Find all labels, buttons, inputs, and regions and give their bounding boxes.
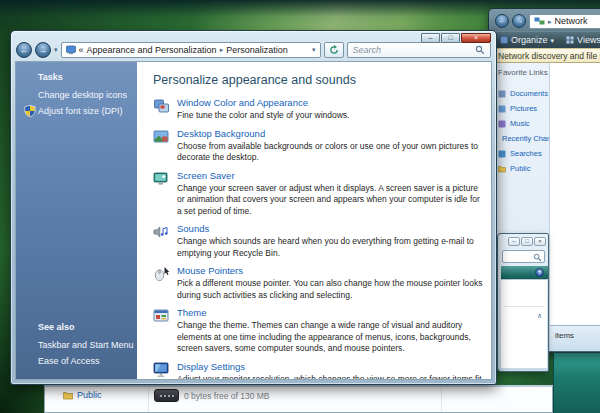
favorite-link-music[interactable]: Music: [498, 116, 549, 131]
mouse-pointers-icon: [153, 266, 170, 282]
documents-icon: [498, 90, 506, 98]
network-toolbar: Organize ▾ Views: [492, 31, 600, 48]
task-change-desktop-icons[interactable]: Change desktop icons: [16, 87, 137, 103]
forward-button[interactable]: →: [35, 42, 51, 58]
public-folder-item[interactable]: Public: [63, 390, 102, 400]
network-details-pane: items: [550, 325, 600, 351]
see-also-header: See also: [16, 322, 137, 337]
breadcrumb-personalization[interactable]: Personalization: [226, 45, 288, 55]
item-window-color[interactable]: Window Color and Appearance Fine tune th…: [153, 97, 485, 122]
personalization-window: – □ × ← → ▾ « Appearance and Personaliza…: [10, 30, 497, 385]
recent-pages-dropdown-icon[interactable]: ▾: [54, 46, 58, 53]
maximize-button[interactable]: □: [441, 33, 460, 43]
favorite-link-pictures[interactable]: Pictures: [498, 101, 549, 116]
wallpaper-teal-patch: [553, 352, 600, 413]
desktop-background-icon: [153, 129, 170, 145]
network-icon: [534, 17, 545, 26]
favorite-link-recently-changed[interactable]: Recently Changed: [498, 131, 549, 146]
search-icon: [475, 45, 485, 55]
crumb-separator-icon: ▸: [548, 18, 552, 25]
network-title-bar[interactable]: ← → ▸ Network: [492, 11, 600, 31]
item-screen-saver[interactable]: Screen Saver Change your screen saver or…: [153, 170, 485, 218]
help-button[interactable]: ?: [535, 268, 544, 277]
searches-icon: [498, 150, 506, 158]
drive-capacity-meter: [154, 389, 179, 402]
window-color-icon: [153, 98, 170, 114]
item-desktop-background[interactable]: Desktop Background Choose from available…: [153, 128, 485, 164]
content-pane: Personalize appearance and sounds Window…: [137, 62, 491, 379]
divider: [504, 306, 544, 307]
page-title: Personalize appearance and sounds: [153, 73, 485, 87]
item-mouse-pointers[interactable]: Mouse Pointers Pick a different mouse po…: [153, 265, 485, 301]
link-taskbar-start-menu[interactable]: Taskbar and Start Menu: [16, 337, 137, 353]
drive-free-space-label: 0 bytes free of 130 MB: [184, 391, 270, 401]
sounds-icon: [153, 224, 170, 240]
crumb-separator-icon: ▸: [220, 46, 224, 53]
network-infobar[interactable]: Network discovery and file sharing are t…: [492, 48, 600, 63]
folder-icon: [63, 391, 73, 400]
theme-icon: [153, 308, 170, 324]
favorite-link-public[interactable]: Public: [498, 161, 549, 176]
network-breadcrumb[interactable]: Network: [555, 16, 588, 26]
display-settings-icon: [153, 362, 170, 378]
back-button[interactable]: ←: [495, 14, 509, 28]
music-icon: [498, 120, 506, 128]
dialog-banner: ?: [501, 266, 548, 279]
task-adjust-font-size[interactable]: Adjust font size (DPI): [16, 103, 137, 119]
minimize-button[interactable]: –: [508, 237, 520, 246]
uac-shield-icon: [24, 105, 36, 117]
forward-button[interactable]: →: [512, 14, 526, 28]
breadcrumb-appearance[interactable]: Appearance and Personalization: [87, 45, 217, 55]
network-file-list[interactable]: ∧ items: [550, 63, 600, 351]
crumb-overflow-icon[interactable]: «: [79, 45, 84, 55]
personalization-icon: [66, 45, 76, 55]
item-theme[interactable]: Theme Change the theme. Themes can chang…: [153, 307, 485, 355]
minimize-button[interactable]: –: [421, 33, 440, 43]
background-dialog-window: – □ × ? ∧: [497, 233, 549, 372]
network-address-bar[interactable]: ▸ Network: [529, 14, 600, 29]
title-bar[interactable]: – □ ×: [11, 31, 496, 39]
pictures-icon: [498, 105, 506, 113]
favorite-link-documents[interactable]: Documents: [498, 86, 549, 101]
collapse-chevron-icon[interactable]: ∧: [537, 312, 542, 319]
column-separator: [148, 387, 149, 412]
dialog-title-bar[interactable]: – □ ×: [501, 236, 547, 248]
screen: ← → ▸ Network Organize ▾ Views Network d…: [0, 0, 600, 413]
public-folder-icon: [498, 165, 506, 173]
close-button[interactable]: ×: [534, 237, 546, 246]
address-bar[interactable]: « Appearance and Personalization ▸ Perso…: [61, 42, 321, 58]
dropdown-icon: ▾: [551, 37, 555, 44]
back-button[interactable]: ←: [16, 42, 32, 58]
favorite-link-searches[interactable]: Searches: [498, 146, 549, 161]
link-ease-of-access[interactable]: Ease of Access: [16, 353, 137, 369]
dialog-body: ∧: [501, 279, 547, 368]
tasks-pane: Tasks Change desktop icons Adjust font s…: [16, 62, 137, 379]
dialog-search-input[interactable]: [502, 250, 545, 263]
item-display-settings[interactable]: Display Settings Adjust your monitor res…: [153, 361, 485, 380]
organize-button[interactable]: Organize ▾: [500, 35, 554, 45]
maximize-button[interactable]: □: [521, 237, 533, 246]
computer-window-strip: Public 0 bytes free of 130 MB: [44, 385, 553, 413]
column-separator: [441, 387, 442, 412]
views-button[interactable]: Views: [566, 35, 600, 45]
address-dropdown-icon[interactable]: ▾: [312, 46, 316, 53]
screen-saver-icon: [153, 171, 170, 187]
search-input[interactable]: Search: [347, 42, 491, 58]
search-placeholder: Search: [353, 45, 475, 55]
refresh-button[interactable]: [324, 42, 344, 58]
tasks-header: Tasks: [16, 72, 137, 87]
refresh-icon: [329, 45, 339, 55]
organize-icon: [500, 36, 508, 44]
favorite-links-header: Favorite Links: [498, 68, 549, 77]
views-icon: [566, 36, 574, 44]
close-button[interactable]: ×: [461, 33, 491, 43]
item-sounds[interactable]: Sounds Change which sounds are heard whe…: [153, 223, 485, 259]
search-icon: [533, 253, 542, 262]
